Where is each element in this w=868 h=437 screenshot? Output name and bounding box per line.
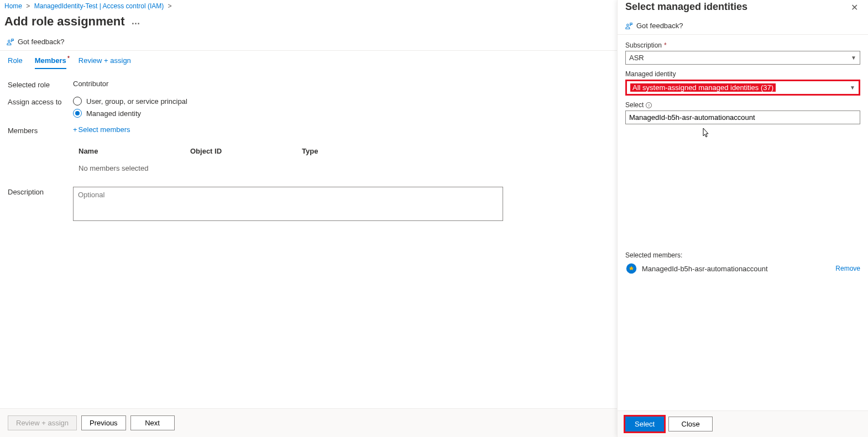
tab-members[interactable]: Members * bbox=[35, 56, 66, 69]
subscription-label: Subscription bbox=[625, 41, 662, 49]
breadcrumb-item[interactable]: ManagedIdentity-Test | Access control (I… bbox=[34, 2, 164, 10]
assign-access-label: Assign access to bbox=[8, 97, 73, 106]
managed-identity-label: Managed identity bbox=[625, 70, 676, 78]
col-type: Type bbox=[297, 144, 502, 160]
tab-role[interactable]: Role bbox=[8, 56, 23, 69]
selected-member-row: ManagedId-b5h-asr-automationaccount Remo… bbox=[625, 262, 860, 275]
close-icon[interactable]: ✕ bbox=[849, 1, 860, 14]
selected-member-name: ManagedId-b5h-asr-automationaccount bbox=[642, 265, 768, 273]
panel-feedback-link[interactable]: Got feedback? bbox=[636, 22, 683, 30]
radio-icon bbox=[73, 97, 82, 106]
got-feedback-label: Got feedback? bbox=[18, 38, 65, 46]
required-indicator-icon: * bbox=[664, 41, 667, 49]
assign-access-radio-group: User, group, or service principal Manage… bbox=[73, 97, 187, 118]
field-managed-identity: Managed identity All system-assigned man… bbox=[625, 70, 860, 96]
members-table: Name Object ID Type No members selected bbox=[73, 143, 503, 177]
footer-main: Review + assign Previous Next bbox=[0, 408, 617, 437]
radio-user-group[interactable]: User, group, or service principal bbox=[73, 97, 187, 106]
side-panel: Select managed identities ✕ Got feedback… bbox=[617, 0, 868, 437]
members-label: Members bbox=[8, 125, 73, 135]
chevron-right-icon: > bbox=[168, 2, 172, 10]
selected-members-label: Selected members: bbox=[625, 251, 860, 259]
previous-button[interactable]: Previous bbox=[81, 415, 126, 430]
panel-title: Select managed identities bbox=[625, 1, 747, 13]
page-title: Add role assignment bbox=[4, 14, 125, 29]
col-name: Name bbox=[74, 144, 185, 160]
no-members-text: No members selected bbox=[74, 161, 502, 176]
field-subscription: Subscription * ASR ▼ bbox=[625, 41, 860, 65]
review-assign-button[interactable]: Review + assign bbox=[8, 415, 77, 430]
panel-toolbar: Got feedback? bbox=[618, 17, 868, 35]
person-feedback-icon bbox=[7, 38, 14, 46]
col-object-id: Object ID bbox=[186, 144, 296, 160]
close-button[interactable]: Close bbox=[668, 417, 713, 431]
select-button[interactable]: Select bbox=[625, 417, 664, 431]
plus-icon: + bbox=[73, 125, 77, 134]
tab-review[interactable]: Review + assign bbox=[79, 56, 131, 69]
panel-body: Subscription * ASR ▼ Managed identity Al… bbox=[618, 35, 868, 410]
selected-role-value: Contributor bbox=[73, 80, 108, 88]
info-icon[interactable]: i bbox=[646, 102, 652, 108]
radio-managed-identity[interactable]: Managed identity bbox=[73, 109, 187, 118]
more-menu-icon[interactable]: … bbox=[132, 17, 140, 27]
select-members-link[interactable]: +Select members bbox=[73, 125, 130, 134]
selected-role-label: Selected role bbox=[8, 80, 73, 89]
select-label: Select bbox=[625, 101, 644, 109]
managed-identity-value: All system-assigned managed identities (… bbox=[630, 83, 776, 92]
required-indicator-icon: * bbox=[67, 55, 70, 61]
automation-account-icon bbox=[625, 262, 637, 275]
description-label: Description bbox=[8, 187, 73, 196]
select-input[interactable] bbox=[625, 110, 860, 124]
managed-identity-select[interactable]: All system-assigned managed identities (… bbox=[625, 80, 860, 96]
remove-link[interactable]: Remove bbox=[835, 265, 860, 272]
person-feedback-icon bbox=[625, 22, 633, 30]
chevron-down-icon: ▼ bbox=[851, 55, 856, 61]
tab-members-label: Members bbox=[35, 56, 66, 65]
radio-user-label: User, group, or service principal bbox=[86, 97, 187, 106]
field-select: Select i bbox=[625, 101, 860, 124]
chevron-right-icon: > bbox=[26, 2, 30, 10]
chevron-down-icon: ▼ bbox=[850, 85, 855, 91]
table-row: No members selected bbox=[74, 161, 502, 176]
subscription-select[interactable]: ASR ▼ bbox=[625, 51, 860, 65]
select-members-label: Select members bbox=[79, 125, 130, 134]
breadcrumb-home[interactable]: Home bbox=[4, 2, 22, 10]
next-button[interactable]: Next bbox=[130, 415, 175, 430]
subscription-value: ASR bbox=[629, 54, 644, 62]
got-feedback-link[interactable]: Got feedback? bbox=[7, 38, 65, 46]
radio-managed-label: Managed identity bbox=[86, 109, 141, 118]
panel-header: Select managed identities ✕ bbox=[618, 0, 868, 17]
panel-footer: Select Close bbox=[618, 410, 868, 437]
description-input[interactable] bbox=[73, 187, 503, 221]
radio-icon bbox=[73, 109, 82, 118]
